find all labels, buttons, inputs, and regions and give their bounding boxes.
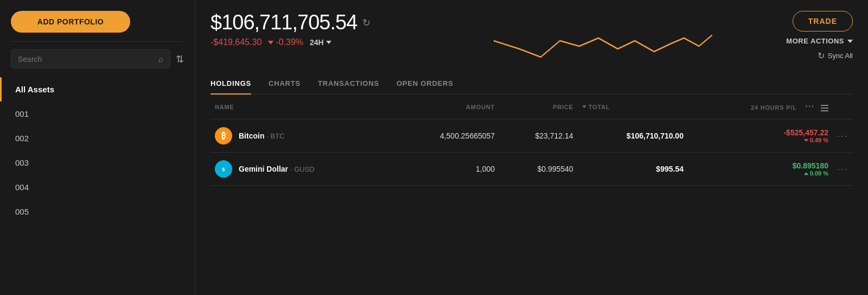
btc-pnl: -$525,457.22 0.49 %	[688, 120, 833, 153]
more-actions-label: MORE ACTIONS	[786, 37, 844, 45]
sync-label: Sync All	[828, 52, 853, 60]
btc-total: $106,710,710.00	[578, 120, 688, 153]
sidebar-item-004[interactable]: 004	[0, 175, 195, 199]
asset-cell-gusd: $ Gemini Dollar · GUSD	[215, 160, 388, 178]
search-input[interactable]	[18, 55, 154, 64]
col-24hpnl-label: 24 HOURS P/L	[751, 104, 797, 111]
change-pct-value: -0.39%	[276, 37, 303, 47]
col-header-price: PRICE	[499, 95, 578, 120]
tab-open-orders[interactable]: OPEN ORDERS	[397, 74, 454, 94]
portfolio-value-section: $106,711,705.54 ↻ -$419,645.30 -0.39% 24…	[210, 11, 371, 47]
btc-pnl-pct: 0.49 %	[692, 137, 828, 143]
timeframe-button[interactable]: 24H	[310, 38, 331, 47]
sidebar-item-003[interactable]: 003	[0, 150, 195, 175]
sidebar-top: ADD PORTFOLIO	[0, 11, 195, 41]
sidebar-divider	[11, 41, 184, 42]
gusd-pnl-up-icon	[804, 172, 808, 175]
tabs-row: HOLDINGS CHARTS TRANSACTIONS OPEN ORDERS	[210, 74, 853, 95]
trade-button[interactable]: TRADE	[793, 11, 853, 32]
gusd-icon: $	[215, 160, 232, 178]
top-right: TRADE MORE ACTIONS ↻ Sync All	[786, 11, 853, 61]
timeframe-arrow-icon	[326, 41, 331, 44]
sync-row[interactable]: ↻ Sync All	[818, 51, 853, 61]
svg-rect-1	[821, 108, 828, 109]
main-content: $106,711,705.54 ↻ -$419,645.30 -0.39% 24…	[195, 0, 868, 295]
asset-name-gusd: Gemini Dollar · GUSD	[239, 165, 315, 173]
tab-holdings[interactable]: HOLDINGS	[210, 74, 251, 94]
btc-price: $23,712.14	[499, 120, 578, 153]
sidebar-item-001[interactable]: 001	[0, 102, 195, 126]
svg-text:$: $	[222, 167, 225, 172]
search-row: ⌕ ⇅	[0, 49, 195, 77]
total-sort[interactable]: TOTAL	[582, 104, 684, 110]
asset-name-cell: $ Gemini Dollar · GUSD	[210, 153, 392, 186]
change-pct: -0.39%	[268, 37, 303, 47]
change-down-icon	[268, 41, 273, 45]
col-header-total[interactable]: TOTAL	[578, 95, 688, 120]
sidebar-nav: All Assets 001 002 003 004 005	[0, 77, 195, 295]
btc-icon: ₿	[215, 127, 232, 145]
total-sort-icon	[582, 105, 586, 108]
col-header-name: NAME	[210, 95, 392, 120]
search-icon: ⌕	[158, 54, 163, 64]
gusd-more-button[interactable]: ···	[837, 164, 848, 175]
table-row: $ Gemini Dollar · GUSD 1,000 $0.995540 $…	[210, 153, 853, 186]
timeframe-label: 24H	[310, 38, 324, 47]
col-grid-icon[interactable]	[821, 104, 828, 111]
col-header-24hpnl: 24 HOURS P/L ···	[688, 95, 833, 120]
gusd-pnl-amount: $0.895180 0.09 %	[692, 161, 828, 177]
btc-pnl-down-icon	[804, 139, 808, 142]
tab-charts[interactable]: CHARTS	[269, 74, 301, 94]
chart-container	[494, 11, 716, 71]
portfolio-value-row: $106,711,705.54 ↻	[210, 11, 371, 34]
change-amount: -$419,645.30	[210, 37, 261, 47]
col-options-icon[interactable]: ···	[805, 101, 814, 112]
add-portfolio-button[interactable]: ADD PORTFOLIO	[11, 11, 130, 33]
sidebar-item-all-assets[interactable]: All Assets	[0, 77, 195, 102]
asset-name-cell: ₿ Bitcoin · BTC	[210, 120, 392, 153]
btc-pnl-amount: -$525,457.22 0.49 %	[692, 128, 828, 143]
gusd-total: $995.54	[578, 153, 688, 186]
svg-rect-2	[821, 110, 828, 111]
refresh-icon[interactable]: ↻	[362, 17, 371, 29]
gusd-amount: 1,000	[392, 153, 499, 186]
col-header-amount: AMOUNT	[392, 95, 499, 120]
btc-amount: 4,500.25665057	[392, 120, 499, 153]
gusd-price: $0.995540	[499, 153, 578, 186]
sync-icon: ↻	[818, 51, 825, 61]
btc-actions: ···	[833, 120, 853, 153]
col-header-actions	[833, 95, 853, 120]
table-row: ₿ Bitcoin · BTC 4,500.25665057 $23,712.1…	[210, 120, 853, 153]
sidebar: ADD PORTFOLIO ⌕ ⇅ All Assets 001 002 003…	[0, 0, 195, 295]
more-actions-arrow-icon	[847, 40, 853, 43]
portfolio-change-row: -$419,645.30 -0.39% 24H	[210, 37, 371, 47]
asset-cell-btc: ₿ Bitcoin · BTC	[215, 127, 388, 145]
svg-rect-0	[821, 105, 828, 106]
col-total-label: TOTAL	[589, 104, 610, 110]
header-row: $106,711,705.54 ↻ -$419,645.30 -0.39% 24…	[210, 11, 853, 61]
sort-icon[interactable]: ⇅	[176, 53, 184, 65]
gusd-pnl: $0.895180 0.09 %	[688, 153, 833, 186]
gusd-pnl-pct: 0.09 %	[692, 170, 828, 177]
holdings-table: NAME AMOUNT PRICE TOTAL 24 HOURS P/L ···	[210, 95, 853, 186]
portfolio-value: $106,711,705.54	[210, 11, 357, 34]
tab-transactions[interactable]: TRANSACTIONS	[318, 74, 379, 94]
search-box: ⌕	[11, 49, 170, 68]
more-actions-button[interactable]: MORE ACTIONS	[786, 37, 853, 45]
sidebar-item-002[interactable]: 002	[0, 126, 195, 150]
portfolio-chart	[494, 11, 716, 71]
sidebar-item-005[interactable]: 005	[0, 199, 195, 224]
asset-name-btc: Bitcoin · BTC	[239, 131, 285, 140]
btc-more-button[interactable]: ···	[837, 130, 848, 142]
gusd-actions: ···	[833, 153, 853, 186]
